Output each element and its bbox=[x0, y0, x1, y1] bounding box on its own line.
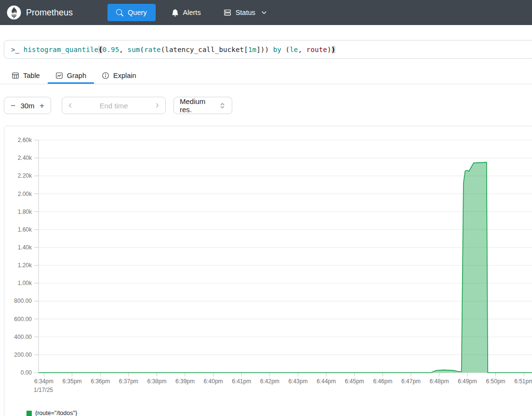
svg-text:2.60k: 2.60k bbox=[18, 137, 32, 143]
svg-text:2.40k: 2.40k bbox=[18, 155, 32, 161]
nav-query-label: Query bbox=[128, 9, 147, 16]
svg-text:6:47pm: 6:47pm bbox=[401, 378, 421, 385]
svg-text:6:48pm: 6:48pm bbox=[429, 378, 449, 385]
latency-graph[interactable]: 0.00200.00400.00600.00800.001.00k1.20k1.… bbox=[4, 126, 532, 403]
chevron-right-icon[interactable] bbox=[154, 102, 160, 109]
updown-chevrons-icon bbox=[219, 102, 226, 109]
svg-text:200.00: 200.00 bbox=[14, 351, 32, 358]
query-token: , bbox=[298, 46, 306, 53]
query-token: rate bbox=[144, 46, 161, 53]
chevron-down-icon bbox=[261, 9, 267, 16]
line-chart-icon bbox=[55, 72, 63, 79]
end-time-placeholder: End time bbox=[99, 102, 128, 110]
brand[interactable]: Prometheus bbox=[0, 5, 73, 20]
nav-status-label: Status bbox=[236, 9, 255, 16]
svg-text:2.00k: 2.00k bbox=[18, 191, 32, 197]
search-icon bbox=[116, 9, 123, 16]
range-value[interactable]: 30m bbox=[20, 102, 34, 110]
svg-text:1.40k: 1.40k bbox=[18, 244, 32, 251]
resolution-select[interactable]: Medium res. bbox=[173, 97, 232, 114]
query-token: route bbox=[306, 46, 327, 53]
svg-text:1.20k: 1.20k bbox=[18, 262, 32, 269]
legend-color-swatch bbox=[27, 411, 32, 416]
query-token: histogram_quantile bbox=[24, 46, 98, 53]
range-decrease-button[interactable]: − bbox=[10, 102, 16, 110]
svg-text:6:34pm: 6:34pm bbox=[34, 378, 53, 385]
query-token: )) bbox=[261, 46, 269, 53]
query-token: ( bbox=[98, 46, 103, 53]
top-navbar: Prometheus Query Alerts Status bbox=[0, 0, 532, 25]
svg-text:1/17/25: 1/17/25 bbox=[34, 387, 53, 393]
tab-explain[interactable]: Explain bbox=[94, 68, 144, 84]
query-token: ( bbox=[140, 46, 145, 53]
graph-controls: − 30m + End time Medium res. bbox=[0, 97, 532, 114]
svg-text:6:35pm: 6:35pm bbox=[63, 378, 82, 385]
graph-panel: 0.00200.00400.00600.00800.001.00k1.20k1.… bbox=[4, 126, 532, 416]
query-editor[interactable]: >_ histogram_quantile(0.95, sum(rate(lat… bbox=[4, 40, 532, 59]
nav-alerts-link[interactable]: Alerts bbox=[172, 9, 201, 16]
chart-legend[interactable]: {route="/todos"} bbox=[27, 410, 77, 416]
query-token: latency_call_bucket bbox=[165, 46, 244, 53]
query-token: ] bbox=[256, 46, 261, 53]
svg-text:0.00: 0.00 bbox=[21, 369, 32, 376]
tab-explain-label: Explain bbox=[113, 72, 136, 79]
query-expression[interactable]: histogram_quantile(0.95, sum(rate(latenc… bbox=[24, 46, 335, 53]
terminal-prompt-icon: >_ bbox=[11, 46, 19, 53]
query-token: 0.95 bbox=[103, 46, 120, 53]
svg-text:6:51pm: 6:51pm bbox=[514, 378, 532, 385]
query-token: ( bbox=[281, 46, 290, 53]
query-token: sum bbox=[128, 46, 140, 53]
svg-text:1.80k: 1.80k bbox=[18, 208, 32, 215]
chevron-left-icon[interactable] bbox=[67, 102, 74, 109]
svg-text:6:41pm: 6:41pm bbox=[232, 378, 251, 385]
svg-text:6:43pm: 6:43pm bbox=[288, 378, 307, 385]
svg-text:600.00: 600.00 bbox=[14, 316, 32, 323]
svg-text:6:36pm: 6:36pm bbox=[91, 378, 110, 385]
range-increase-button[interactable]: + bbox=[39, 102, 45, 110]
query-token: ) bbox=[332, 46, 336, 53]
svg-text:6:40pm: 6:40pm bbox=[204, 378, 223, 385]
query-token: le bbox=[290, 46, 298, 53]
query-token bbox=[269, 46, 273, 53]
table-grid-icon bbox=[12, 72, 19, 79]
svg-text:400.00: 400.00 bbox=[14, 334, 32, 340]
tab-graph-label: Graph bbox=[67, 72, 86, 79]
svg-text:2.20k: 2.20k bbox=[18, 172, 32, 179]
query-token: [ bbox=[244, 46, 248, 53]
end-time-input[interactable]: End time bbox=[62, 97, 166, 114]
panel-tabs: Table Graph Explain bbox=[0, 68, 532, 84]
query-token: ( bbox=[161, 46, 165, 53]
tab-table[interactable]: Table bbox=[4, 68, 48, 84]
svg-text:6:44pm: 6:44pm bbox=[317, 378, 336, 385]
svg-text:6:38pm: 6:38pm bbox=[147, 378, 166, 385]
nav-query-button[interactable]: Query bbox=[107, 4, 156, 21]
bell-icon bbox=[172, 9, 179, 16]
tab-table-label: Table bbox=[23, 72, 40, 79]
svg-text:6:39pm: 6:39pm bbox=[175, 378, 195, 385]
svg-text:800.00: 800.00 bbox=[14, 298, 32, 304]
svg-text:1.60k: 1.60k bbox=[18, 226, 32, 233]
svg-text:6:42pm: 6:42pm bbox=[260, 378, 279, 385]
svg-text:6:45pm: 6:45pm bbox=[345, 378, 364, 385]
server-stack-icon bbox=[224, 9, 231, 16]
svg-text:6:46pm: 6:46pm bbox=[373, 378, 392, 385]
legend-label: {route="/todos"} bbox=[35, 410, 77, 416]
svg-text:6:49pm: 6:49pm bbox=[458, 378, 477, 385]
resolution-value: Medium res. bbox=[180, 97, 219, 114]
tab-graph[interactable]: Graph bbox=[48, 68, 94, 84]
svg-text:6:37pm: 6:37pm bbox=[119, 378, 138, 385]
prometheus-flame-icon bbox=[7, 5, 21, 20]
query-token: 1m bbox=[248, 46, 256, 53]
query-token: , bbox=[119, 46, 127, 53]
brand-title: Prometheus bbox=[26, 8, 73, 18]
query-token: ) bbox=[327, 46, 332, 53]
nav-alerts-label: Alerts bbox=[183, 9, 201, 16]
nav-status-menu[interactable]: Status bbox=[224, 9, 267, 16]
svg-text:1.00k: 1.00k bbox=[18, 280, 32, 286]
range-input[interactable]: − 30m + bbox=[4, 97, 51, 114]
svg-text:6:50pm: 6:50pm bbox=[486, 378, 505, 385]
info-circle-icon bbox=[102, 72, 109, 79]
query-token: by bbox=[273, 46, 281, 53]
